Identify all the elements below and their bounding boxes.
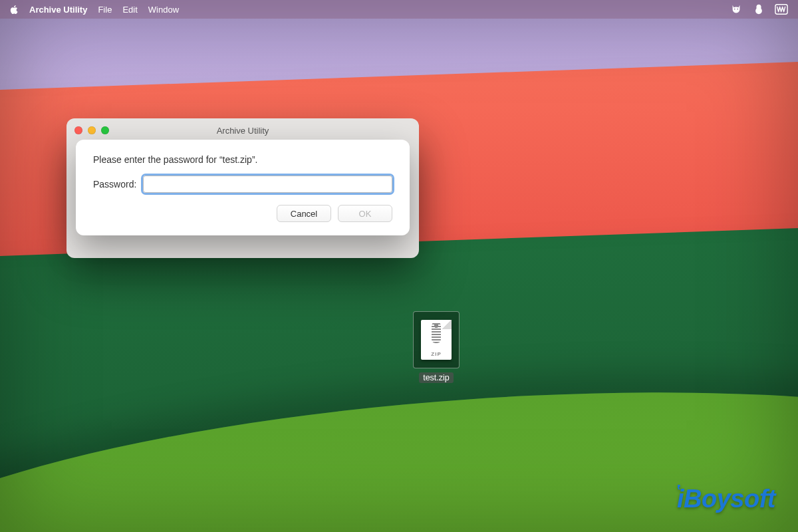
window-titlebar[interactable]: Archive Utility bbox=[66, 118, 419, 142]
wps-icon[interactable] bbox=[774, 2, 789, 17]
password-dialog: Please enter the password for “test.zip”… bbox=[76, 140, 410, 235]
desktop: Archive Utility File Edit Window Archive… bbox=[0, 0, 798, 532]
apple-menu-icon[interactable] bbox=[9, 4, 20, 15]
traffic-lights bbox=[74, 126, 109, 134]
menu-window[interactable]: Window bbox=[148, 5, 179, 15]
dialog-prompt: Please enter the password for “test.zip”… bbox=[93, 154, 392, 165]
close-icon[interactable] bbox=[74, 126, 82, 134]
menubar-app-name[interactable]: Archive Utility bbox=[29, 5, 87, 15]
password-input[interactable] bbox=[143, 176, 392, 193]
minimize-icon[interactable] bbox=[88, 126, 96, 134]
window-title: Archive Utility bbox=[66, 126, 419, 136]
watermark-text: iBoysoft bbox=[677, 485, 775, 513]
zoom-icon[interactable] bbox=[101, 126, 109, 134]
file-name-label[interactable]: test.zip bbox=[419, 372, 454, 383]
zip-file-icon: ZIP bbox=[421, 320, 452, 360]
zip-badge: ZIP bbox=[421, 351, 452, 357]
file-selection-highlight: ZIP bbox=[413, 311, 460, 368]
password-label: Password: bbox=[93, 179, 136, 190]
penguin-icon[interactable] bbox=[751, 2, 766, 17]
ok-button[interactable]: OK bbox=[338, 205, 392, 222]
menu-file[interactable]: File bbox=[98, 5, 112, 15]
watermark: ‛iBoysoft bbox=[676, 485, 775, 513]
menubar: Archive Utility File Edit Window bbox=[0, 0, 798, 19]
desktop-file[interactable]: ZIP test.zip bbox=[406, 311, 467, 383]
cancel-button[interactable]: Cancel bbox=[277, 205, 331, 222]
cat-icon[interactable] bbox=[729, 2, 743, 17]
menu-edit[interactable]: Edit bbox=[122, 5, 137, 15]
